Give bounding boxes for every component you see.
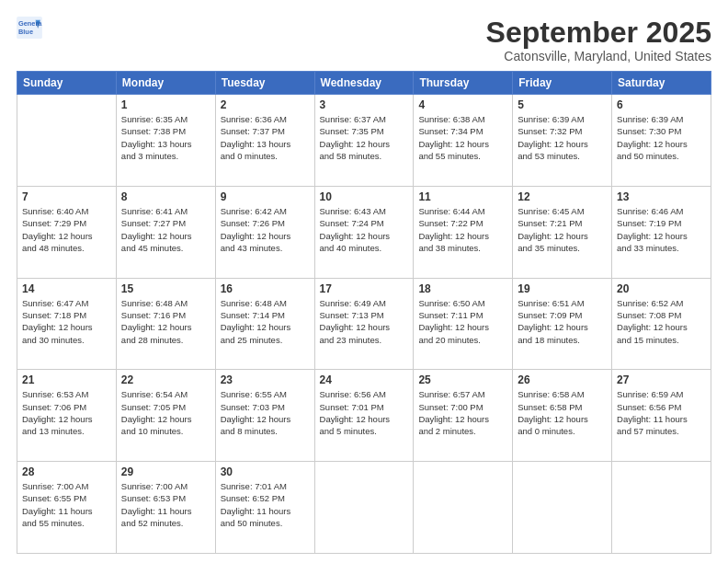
calendar-cell: 26Sunrise: 6:58 AM Sunset: 6:58 PM Dayli… — [513, 370, 612, 462]
calendar-week-row: 1Sunrise: 6:35 AM Sunset: 7:38 PM Daylig… — [17, 95, 711, 187]
calendar-cell — [17, 95, 117, 187]
calendar-cell: 9Sunrise: 6:42 AM Sunset: 7:26 PM Daylig… — [215, 186, 314, 278]
calendar-cell: 19Sunrise: 6:51 AM Sunset: 7:09 PM Dayli… — [513, 278, 612, 370]
day-number: 28 — [22, 465, 111, 478]
weekday-header: Wednesday — [314, 72, 414, 95]
calendar-cell: 18Sunrise: 6:50 AM Sunset: 7:11 PM Dayli… — [414, 278, 513, 370]
day-info: Sunrise: 7:00 AM Sunset: 6:53 PM Dayligh… — [121, 480, 210, 529]
calendar-cell — [314, 462, 414, 554]
day-info: Sunrise: 6:57 AM Sunset: 7:00 PM Dayligh… — [418, 388, 507, 437]
day-info: Sunrise: 6:48 AM Sunset: 7:14 PM Dayligh… — [221, 297, 310, 346]
day-number: 2 — [221, 98, 310, 111]
day-info: Sunrise: 6:51 AM Sunset: 7:09 PM Dayligh… — [518, 297, 607, 346]
svg-text:Blue: Blue — [18, 28, 33, 36]
day-info: Sunrise: 6:42 AM Sunset: 7:26 PM Dayligh… — [221, 205, 310, 254]
calendar-cell: 5Sunrise: 6:39 AM Sunset: 7:32 PM Daylig… — [513, 95, 612, 187]
calendar-week-row: 14Sunrise: 6:47 AM Sunset: 7:18 PM Dayli… — [17, 278, 711, 370]
day-number: 11 — [418, 190, 507, 203]
weekday-header: Thursday — [414, 72, 513, 95]
day-info: Sunrise: 6:47 AM Sunset: 7:18 PM Dayligh… — [22, 297, 111, 346]
calendar-cell: 11Sunrise: 6:44 AM Sunset: 7:22 PM Dayli… — [414, 186, 513, 278]
day-info: Sunrise: 6:49 AM Sunset: 7:13 PM Dayligh… — [320, 297, 409, 346]
day-info: Sunrise: 6:53 AM Sunset: 7:06 PM Dayligh… — [22, 388, 111, 437]
weekday-header: Sunday — [17, 72, 117, 95]
day-number: 13 — [617, 190, 706, 203]
calendar-cell: 30Sunrise: 7:01 AM Sunset: 6:52 PM Dayli… — [215, 462, 314, 554]
day-number: 8 — [121, 190, 210, 203]
calendar-cell: 28Sunrise: 7:00 AM Sunset: 6:55 PM Dayli… — [17, 462, 117, 554]
weekday-header: Saturday — [612, 72, 711, 95]
calendar-cell: 2Sunrise: 6:36 AM Sunset: 7:37 PM Daylig… — [215, 95, 314, 187]
calendar-table: SundayMondayTuesdayWednesdayThursdayFrid… — [17, 71, 711, 554]
day-number: 4 — [418, 98, 507, 111]
day-info: Sunrise: 6:41 AM Sunset: 7:27 PM Dayligh… — [121, 205, 210, 254]
day-number: 10 — [320, 190, 409, 203]
day-number: 19 — [518, 282, 607, 295]
calendar-cell: 1Sunrise: 6:35 AM Sunset: 7:38 PM Daylig… — [116, 95, 215, 187]
day-number: 24 — [320, 373, 409, 386]
day-info: Sunrise: 7:01 AM Sunset: 6:52 PM Dayligh… — [221, 480, 310, 529]
day-info: Sunrise: 6:45 AM Sunset: 7:21 PM Dayligh… — [518, 205, 607, 254]
day-number: 22 — [121, 373, 210, 386]
calendar-cell: 17Sunrise: 6:49 AM Sunset: 7:13 PM Dayli… — [314, 278, 414, 370]
calendar-cell: 22Sunrise: 6:54 AM Sunset: 7:05 PM Dayli… — [116, 370, 215, 462]
calendar-cell: 21Sunrise: 6:53 AM Sunset: 7:06 PM Dayli… — [17, 370, 117, 462]
day-info: Sunrise: 6:46 AM Sunset: 7:19 PM Dayligh… — [617, 205, 706, 254]
day-info: Sunrise: 6:48 AM Sunset: 7:16 PM Dayligh… — [121, 297, 210, 346]
calendar-cell: 13Sunrise: 6:46 AM Sunset: 7:19 PM Dayli… — [612, 186, 711, 278]
header-row: SundayMondayTuesdayWednesdayThursdayFrid… — [17, 72, 711, 95]
day-number: 25 — [418, 373, 507, 386]
day-info: Sunrise: 6:35 AM Sunset: 7:38 PM Dayligh… — [121, 113, 210, 162]
location: Catonsville, Maryland, United States — [486, 49, 711, 63]
day-info: Sunrise: 6:59 AM Sunset: 6:56 PM Dayligh… — [617, 388, 706, 437]
calendar-cell: 15Sunrise: 6:48 AM Sunset: 7:16 PM Dayli… — [116, 278, 215, 370]
day-info: Sunrise: 6:58 AM Sunset: 6:58 PM Dayligh… — [518, 388, 607, 437]
day-number: 29 — [121, 465, 210, 478]
day-info: Sunrise: 6:37 AM Sunset: 7:35 PM Dayligh… — [320, 113, 409, 162]
calendar-cell: 8Sunrise: 6:41 AM Sunset: 7:27 PM Daylig… — [116, 186, 215, 278]
calendar-cell: 14Sunrise: 6:47 AM Sunset: 7:18 PM Dayli… — [17, 278, 117, 370]
day-info: Sunrise: 6:40 AM Sunset: 7:29 PM Dayligh… — [22, 205, 111, 254]
day-number: 1 — [121, 98, 210, 111]
day-info: Sunrise: 6:39 AM Sunset: 7:32 PM Dayligh… — [518, 113, 607, 162]
calendar-cell: 12Sunrise: 6:45 AM Sunset: 7:21 PM Dayli… — [513, 186, 612, 278]
calendar-cell: 3Sunrise: 6:37 AM Sunset: 7:35 PM Daylig… — [314, 95, 414, 187]
day-info: Sunrise: 7:00 AM Sunset: 6:55 PM Dayligh… — [22, 480, 111, 529]
calendar-cell: 27Sunrise: 6:59 AM Sunset: 6:56 PM Dayli… — [612, 370, 711, 462]
calendar-cell: 25Sunrise: 6:57 AM Sunset: 7:00 PM Dayli… — [414, 370, 513, 462]
day-number: 5 — [518, 98, 607, 111]
day-number: 18 — [418, 282, 507, 295]
day-number: 16 — [221, 282, 310, 295]
header: General Blue September 2025 Catonsville,… — [17, 17, 711, 63]
weekday-header: Monday — [116, 72, 215, 95]
calendar-cell: 7Sunrise: 6:40 AM Sunset: 7:29 PM Daylig… — [17, 186, 117, 278]
calendar-cell — [513, 462, 612, 554]
calendar-cell — [414, 462, 513, 554]
day-number: 30 — [221, 465, 310, 478]
day-info: Sunrise: 6:43 AM Sunset: 7:24 PM Dayligh… — [320, 205, 409, 254]
day-info: Sunrise: 6:44 AM Sunset: 7:22 PM Dayligh… — [418, 205, 507, 254]
page: General Blue September 2025 Catonsville,… — [0, 0, 728, 563]
day-info: Sunrise: 6:56 AM Sunset: 7:01 PM Dayligh… — [320, 388, 409, 437]
day-number: 23 — [221, 373, 310, 386]
calendar-week-row: 7Sunrise: 6:40 AM Sunset: 7:29 PM Daylig… — [17, 186, 711, 278]
day-number: 20 — [617, 282, 706, 295]
calendar-cell: 6Sunrise: 6:39 AM Sunset: 7:30 PM Daylig… — [612, 95, 711, 187]
logo: General Blue — [17, 17, 42, 39]
calendar-cell: 16Sunrise: 6:48 AM Sunset: 7:14 PM Dayli… — [215, 278, 314, 370]
calendar-cell: 4Sunrise: 6:38 AM Sunset: 7:34 PM Daylig… — [414, 95, 513, 187]
day-number: 6 — [617, 98, 706, 111]
calendar-cell: 10Sunrise: 6:43 AM Sunset: 7:24 PM Dayli… — [314, 186, 414, 278]
weekday-header: Tuesday — [215, 72, 314, 95]
calendar-week-row: 21Sunrise: 6:53 AM Sunset: 7:06 PM Dayli… — [17, 370, 711, 462]
day-number: 26 — [518, 373, 607, 386]
day-info: Sunrise: 6:38 AM Sunset: 7:34 PM Dayligh… — [418, 113, 507, 162]
calendar-cell: 29Sunrise: 7:00 AM Sunset: 6:53 PM Dayli… — [116, 462, 215, 554]
day-number: 14 — [22, 282, 111, 295]
title-area: September 2025 Catonsville, Maryland, Un… — [486, 17, 711, 63]
calendar-cell: 23Sunrise: 6:55 AM Sunset: 7:03 PM Dayli… — [215, 370, 314, 462]
day-info: Sunrise: 6:52 AM Sunset: 7:08 PM Dayligh… — [617, 297, 706, 346]
day-number: 17 — [320, 282, 409, 295]
day-number: 15 — [121, 282, 210, 295]
day-number: 12 — [518, 190, 607, 203]
